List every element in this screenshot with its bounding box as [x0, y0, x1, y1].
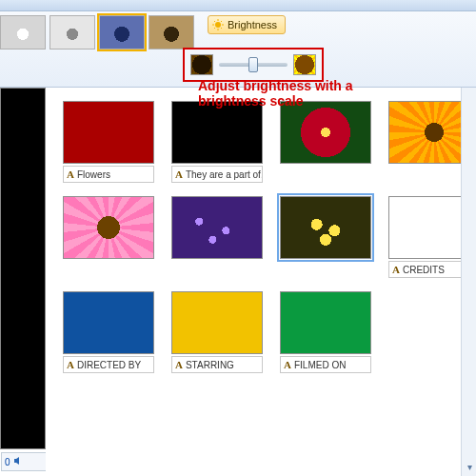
brightness-preview-dark[interactable] [190, 54, 213, 75]
clip-thumb [280, 101, 371, 164]
brightness-slider[interactable] [219, 63, 288, 67]
clip-caption[interactable]: A Flowers [63, 166, 154, 183]
text-icon: A [175, 169, 183, 180]
svg-line-7 [221, 21, 222, 22]
zoom-value: 0 [5, 457, 10, 467]
clip-caption[interactable]: A STARRING [171, 356, 263, 373]
clip[interactable]: A FILMED ON [280, 291, 371, 354]
clip-selected[interactable] [280, 196, 371, 259]
clip[interactable]: A They are a part of... [171, 101, 263, 164]
svg-line-6 [221, 28, 222, 29]
clip[interactable]: A STARRING [171, 291, 263, 354]
clip-thumb [171, 101, 263, 164]
clip[interactable] [280, 101, 371, 164]
effect-thumb[interactable] [0, 15, 46, 50]
text-icon: A [175, 359, 183, 370]
text-icon: A [67, 359, 74, 370]
storyboard-row: A DIRECTED BY A STARRING A FILMED ON [63, 291, 470, 354]
effect-thumb[interactable] [50, 15, 95, 50]
brightness-slider-handle[interactable] [248, 57, 258, 72]
caption-text: STARRING [186, 360, 234, 370]
clip-thumb [280, 291, 371, 354]
clip[interactable] [171, 196, 263, 259]
effects-gallery: Brightness [0, 15, 476, 50]
svg-line-8 [214, 28, 215, 29]
ribbon: Brightness [0, 11, 476, 88]
preview-controls[interactable]: 0 [1, 452, 47, 471]
brightness-preview-light[interactable] [293, 54, 316, 75]
clip-thumb [171, 196, 263, 259]
scrollbar-vertical[interactable]: ▾ [461, 88, 476, 476]
clip-caption[interactable]: A They are a part of... [171, 166, 263, 183]
brightness-label: Brightness [228, 19, 277, 30]
svg-point-0 [215, 22, 221, 28]
clip-thumb [63, 196, 154, 259]
svg-line-5 [214, 21, 215, 22]
brightness-panel [183, 48, 324, 82]
effect-thumb[interactable] [149, 15, 194, 50]
effect-thumb-selected[interactable] [99, 15, 145, 50]
storyboard-row: A CREDITS [63, 196, 470, 259]
brightness-button[interactable]: Brightness [208, 15, 286, 34]
clip-caption[interactable]: A FILMED ON [280, 356, 371, 373]
text-icon: A [284, 359, 291, 370]
clip-thumb [63, 101, 154, 164]
text-icon: A [67, 169, 74, 180]
caption-text: They are a part of... [186, 169, 263, 180]
caption-text: CREDITS [403, 265, 445, 275]
speaker-icon [13, 456, 23, 467]
text-icon: A [392, 264, 400, 275]
clip[interactable] [63, 196, 154, 259]
sun-icon [212, 19, 224, 30]
clip-thumb [63, 291, 154, 354]
work-area: 0 A Flowers A They are a part of... [0, 88, 476, 476]
scroll-down-icon[interactable]: ▾ [464, 461, 475, 472]
caption-text: FILMED ON [294, 360, 346, 370]
preview-pane: 0 [0, 88, 46, 449]
storyboard: A Flowers A They are a part of... [46, 88, 476, 476]
caption-text: DIRECTED BY [77, 360, 141, 370]
clip[interactable]: A Flowers [63, 101, 154, 164]
clip-caption[interactable]: A DIRECTED BY [63, 356, 154, 373]
storyboard-row: A Flowers A They are a part of... [63, 101, 470, 164]
clip-thumb [171, 291, 263, 354]
window-titlebar [0, 0, 476, 11]
clip[interactable]: A DIRECTED BY [63, 291, 154, 354]
caption-text: Flowers [77, 169, 110, 180]
clip-thumb [280, 196, 371, 259]
